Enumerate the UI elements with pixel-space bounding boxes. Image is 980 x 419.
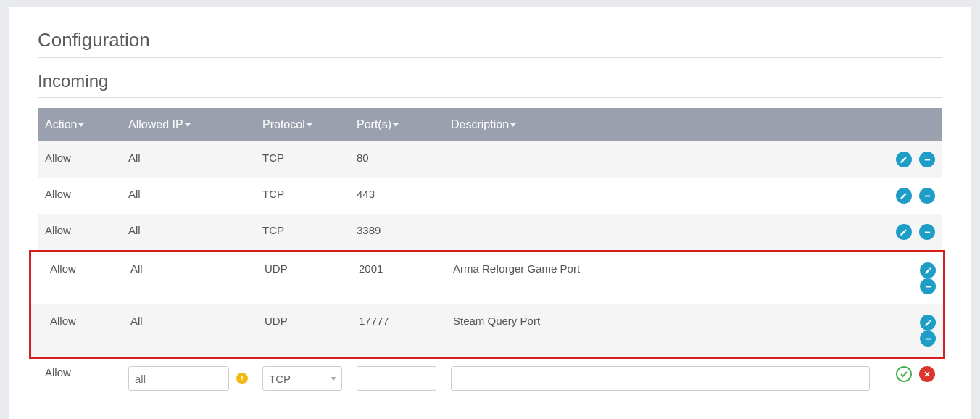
remove-button[interactable] bbox=[919, 152, 935, 167]
cell-actions bbox=[877, 141, 942, 178]
svg-rect-3 bbox=[925, 286, 930, 287]
edit-button[interactable] bbox=[896, 188, 912, 204]
remove-button[interactable] bbox=[919, 224, 935, 240]
cell-action: Allow bbox=[38, 214, 121, 250]
form-ports-cell bbox=[349, 359, 444, 398]
cell-protocol: UDP bbox=[249, 304, 343, 357]
cell-description bbox=[444, 214, 877, 250]
warning-icon: ! bbox=[236, 373, 248, 384]
table-header: Action Allowed IP Protocol Port(s) Descr… bbox=[38, 108, 942, 141]
cell-ports: 443 bbox=[349, 178, 444, 214]
cell-ports: 3389 bbox=[349, 214, 444, 250]
cell-ports: 80 bbox=[349, 141, 444, 178]
cell-ip: All bbox=[121, 214, 255, 250]
header-action-label: Action bbox=[45, 118, 77, 130]
confirm-button[interactable] bbox=[896, 366, 912, 382]
header-description-label: Description bbox=[451, 118, 509, 130]
cell-ports: 2001 bbox=[343, 252, 437, 304]
form-ip-cell: ! bbox=[121, 359, 255, 398]
svg-rect-0 bbox=[924, 159, 929, 160]
ip-input[interactable] bbox=[128, 366, 229, 391]
cell-description bbox=[444, 178, 877, 214]
table-row: Allow All TCP 3389 bbox=[38, 214, 942, 250]
cell-ip: All bbox=[115, 304, 249, 357]
cell-description: Arma Reforger Game Port bbox=[437, 252, 878, 304]
protocol-select[interactable] bbox=[262, 366, 342, 391]
cell-protocol: UDP bbox=[249, 252, 343, 304]
edit-button[interactable] bbox=[896, 152, 912, 167]
table-row: Allow All TCP 80 bbox=[38, 141, 942, 178]
table-row: Allow All TCP 443 bbox=[38, 178, 942, 214]
header-protocol-label: Protocol bbox=[262, 118, 305, 130]
form-action-label: Allow bbox=[38, 359, 121, 398]
header-actions bbox=[877, 108, 942, 141]
caret-down-icon bbox=[78, 123, 84, 127]
cell-action: Allow bbox=[31, 304, 115, 357]
table-row: Allow All UDP 17777 Steam Query Port bbox=[31, 304, 943, 357]
ports-input[interactable] bbox=[357, 366, 436, 391]
cell-action: Allow bbox=[31, 252, 115, 304]
header-protocol[interactable]: Protocol bbox=[255, 108, 349, 141]
cell-actions bbox=[877, 214, 942, 250]
caret-down-icon bbox=[185, 123, 191, 127]
header-description[interactable]: Description bbox=[444, 108, 877, 141]
edit-button[interactable] bbox=[920, 315, 936, 331]
header-ip[interactable]: Allowed IP bbox=[121, 108, 255, 141]
caret-down-icon bbox=[393, 123, 399, 127]
header-action[interactable]: Action bbox=[38, 108, 121, 141]
cell-actions bbox=[878, 252, 943, 304]
cell-protocol: TCP bbox=[255, 141, 349, 178]
divider bbox=[38, 57, 942, 58]
cell-action: Allow bbox=[38, 178, 121, 214]
svg-rect-4 bbox=[925, 338, 930, 339]
cell-actions bbox=[878, 304, 943, 357]
edit-button[interactable] bbox=[920, 262, 936, 278]
cell-ports: 17777 bbox=[343, 304, 437, 357]
section-title-incoming: Incoming bbox=[38, 71, 942, 91]
cell-description: Steam Query Port bbox=[437, 304, 878, 357]
cell-ip: All bbox=[121, 178, 255, 214]
cell-ip: All bbox=[115, 252, 249, 304]
remove-button[interactable] bbox=[919, 188, 935, 204]
cell-protocol: TCP bbox=[255, 214, 349, 250]
cancel-button[interactable] bbox=[919, 366, 935, 382]
divider bbox=[38, 97, 942, 98]
form-description-cell bbox=[444, 359, 877, 398]
header-ports-label: Port(s) bbox=[357, 118, 391, 130]
header-ports[interactable]: Port(s) bbox=[349, 108, 444, 141]
form-protocol-cell bbox=[255, 359, 349, 398]
highlighted-rows: Allow All UDP 2001 Arma Reforger Game Po… bbox=[29, 250, 945, 359]
cell-protocol: TCP bbox=[255, 178, 349, 214]
form-actions bbox=[877, 359, 942, 398]
cell-action: Allow bbox=[38, 141, 121, 178]
cell-actions bbox=[877, 178, 942, 214]
caret-down-icon bbox=[510, 123, 516, 127]
description-input[interactable] bbox=[451, 366, 870, 391]
add-rule-row: Allow ! bbox=[38, 359, 942, 398]
caret-down-icon bbox=[307, 123, 312, 127]
cell-description bbox=[444, 141, 877, 178]
header-ip-label: Allowed IP bbox=[128, 118, 183, 130]
table-row: Allow All UDP 2001 Arma Reforger Game Po… bbox=[31, 252, 943, 304]
edit-button[interactable] bbox=[896, 224, 912, 240]
svg-rect-1 bbox=[924, 195, 929, 196]
svg-rect-2 bbox=[924, 231, 929, 233]
remove-button[interactable] bbox=[920, 331, 936, 347]
page-title: Configuration bbox=[38, 29, 942, 51]
config-panel: Configuration Incoming Action Allowed IP… bbox=[9, 7, 971, 419]
remove-button[interactable] bbox=[920, 278, 936, 294]
cell-ip: All bbox=[121, 141, 255, 178]
